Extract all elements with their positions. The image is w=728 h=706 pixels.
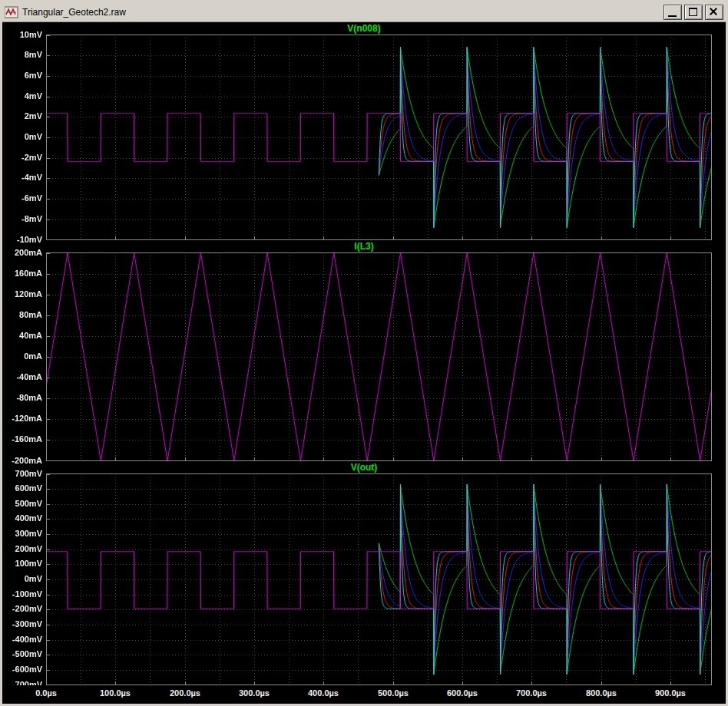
y-tick-label: 120mA [2,289,42,299]
y-tick-label: 2mV [2,111,42,121]
y-tick-label: -6mV [2,193,42,203]
x-tick-label: 900.0µs [646,688,695,698]
y-tick-label: -2mV [2,153,42,163]
minimize-button[interactable] [663,5,682,20]
y-tick-label: 300mV [2,529,42,539]
waveform-canvas-vn008[interactable] [2,35,726,240]
y-tick-label: 500mV [2,499,42,509]
y-tick-label: 160mA [2,269,42,279]
x-tick-label: 100.0µs [91,688,140,698]
pane-title-il3: I(L3) [2,240,726,252]
maximize-button[interactable] [684,5,703,20]
y-tick-label: -10mV [2,235,42,245]
y-tick-label: 0mV [2,132,42,142]
x-tick-label: 600.0µs [438,688,487,698]
x-tick-label: 800.0µs [577,688,626,698]
y-tick-label: -4mV [2,173,42,183]
window-title: Triangular_Geotech2.raw [22,7,661,18]
waveform-canvas-vout[interactable] [2,473,726,685]
y-tick-label: -300mV [2,619,42,629]
y-tick-label: -160mA [2,434,42,444]
x-tick-label: 500.0µs [369,688,418,698]
y-tick-label: -120mA [2,414,42,424]
y-tick-label: 200mA [2,248,42,258]
y-tick-label: -8mV [2,214,42,224]
y-tick-label: 8mV [2,50,42,60]
x-axis-labels: 0.0µs100.0µs200.0µs300.0µs400.0µs500.0µs… [2,685,726,704]
y-tick-label: 400mV [2,513,42,523]
plot-pane-vout: V(out) 700mV600mV500mV400mV300mV200mV100… [2,461,726,685]
y-tick-label: 100mV [2,559,42,569]
pane-title-vout: V(out) [2,461,726,473]
x-tick-label: 300.0µs [230,688,279,698]
plot-area-il3: 200mA160mA120mA80mA40mA0mA-40mA-80mA-120… [2,252,726,461]
y-tick-label: -100mV [2,589,42,599]
y-tick-label: 6mV [2,71,42,81]
y-tick-label: -40mA [2,372,42,382]
plot-area-vn008: 10mV8mV6mV4mV2mV0mV-2mV-4mV-6mV-8mV-10mV [2,35,726,240]
waveform-viewer-window: Triangular_Geotech2.raw V(n008) 10mV8mV6… [0,0,728,706]
y-tick-label: -600mV [2,665,42,675]
app-icon [5,6,18,18]
y-tick-label: 40mA [2,331,42,341]
plot-pane-vn008: V(n008) 10mV8mV6mV4mV2mV0mV-2mV-4mV-6mV-… [2,22,726,240]
y-tick-label: 4mV [2,91,42,101]
y-tick-label: -80mA [2,393,42,403]
plot-pane-il3: I(L3) 200mA160mA120mA80mA40mA0mA-40mA-80… [2,240,726,461]
y-tick-label: -200mA [2,456,42,466]
y-tick-label: -500mV [2,649,42,659]
x-tick-label: 0.0µs [22,688,71,698]
y-tick-label: -200mV [2,604,42,614]
y-tick-label: 0mA [2,351,42,361]
waveform-canvas-il3[interactable] [2,252,726,461]
y-tick-label: 700mV [2,469,42,479]
y-tick-label: 200mV [2,544,42,554]
plot-area-vout: 700mV600mV500mV400mV300mV200mV100mV0mV-1… [2,473,726,685]
x-tick-label: 400.0µs [299,688,348,698]
y-tick-label: 600mV [2,483,42,493]
x-tick-label: 200.0µs [160,688,210,698]
title-bar[interactable]: Triangular_Geotech2.raw [2,2,726,22]
x-tick-label: 700.0µs [507,688,556,698]
y-tick-label: 80mA [2,310,42,320]
y-tick-label: 10mV [2,30,42,40]
y-tick-label: 0mV [2,574,42,584]
y-tick-label: -400mV [2,635,42,645]
close-button[interactable] [705,5,723,20]
pane-title-vn008: V(n008) [2,22,726,35]
